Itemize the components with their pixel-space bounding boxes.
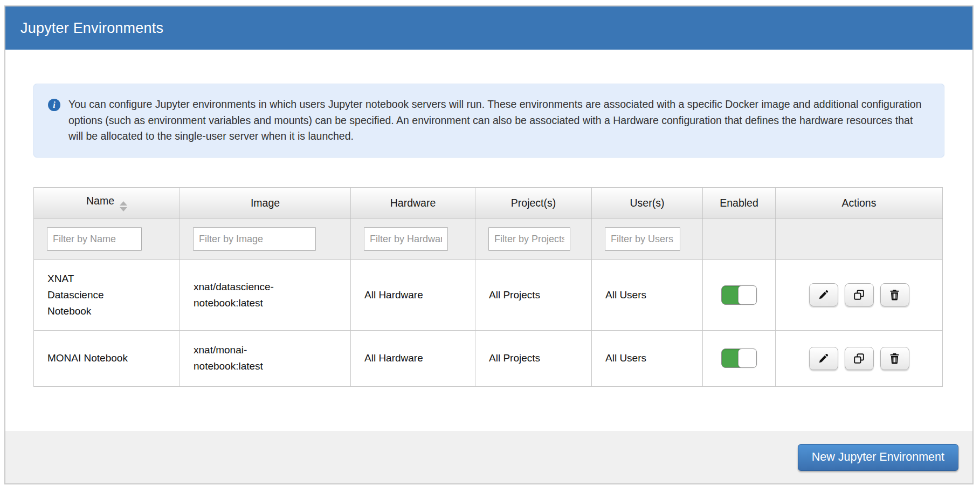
env-image: xnat/monai-notebook:latest — [194, 342, 304, 374]
panel-title: Jupyter Environments — [5, 6, 972, 50]
pencil-icon — [818, 289, 829, 300]
delete-button[interactable] — [880, 283, 909, 306]
env-name: MONAI Notebook — [47, 350, 128, 366]
environments-table: Name Image Hardware Project(s) User(s) E… — [33, 187, 943, 387]
toggle-knob — [738, 348, 757, 368]
table-row: MONAI Notebook xnat/monai-notebook:lates… — [34, 330, 943, 386]
column-header-hardware: Hardware — [351, 187, 475, 218]
env-image: xnat/datascience-notebook:latest — [194, 279, 304, 311]
filter-row — [34, 218, 943, 259]
sort-icon[interactable] — [120, 201, 127, 211]
column-header-name[interactable]: Name — [34, 187, 180, 218]
trash-icon — [889, 353, 900, 364]
filter-users-input[interactable] — [605, 227, 680, 251]
jupyter-environments-panel: Jupyter Environments i You can configure… — [4, 5, 974, 484]
delete-button[interactable] — [880, 347, 909, 370]
table-header-row: Name Image Hardware Project(s) User(s) E… — [34, 187, 943, 218]
filter-name-input[interactable] — [47, 227, 142, 251]
copy-button[interactable] — [845, 347, 874, 370]
filter-projects-input[interactable] — [488, 227, 570, 251]
env-name: XNAT Datascience Notebook — [47, 271, 128, 319]
panel-footer: New Jupyter Environment — [5, 431, 972, 483]
filter-enabled-empty-cell — [703, 218, 776, 259]
enabled-toggle[interactable] — [721, 285, 757, 305]
panel-body: i You can configure Jupyter environments… — [5, 50, 972, 387]
filter-image-input[interactable] — [193, 227, 316, 251]
info-alert-text: You can configure Jupyter environments i… — [68, 97, 930, 145]
copy-icon — [853, 353, 865, 364]
filter-actions-empty-cell — [776, 218, 943, 259]
edit-button[interactable] — [809, 347, 838, 370]
new-jupyter-environment-button[interactable]: New Jupyter Environment — [798, 444, 958, 471]
env-projects: All Projects — [475, 259, 592, 330]
column-header-enabled: Enabled — [703, 187, 776, 218]
toggle-knob — [738, 285, 757, 305]
info-alert: i You can configure Jupyter environments… — [33, 84, 944, 158]
trash-icon — [889, 289, 900, 300]
column-header-users: User(s) — [592, 187, 703, 218]
env-projects: All Projects — [475, 330, 592, 386]
env-hardware: All Hardware — [351, 259, 475, 330]
edit-button[interactable] — [809, 283, 838, 306]
info-icon: i — [48, 99, 60, 111]
env-users: All Users — [592, 259, 703, 330]
column-header-actions: Actions — [776, 187, 943, 218]
table-row: XNAT Datascience Notebook xnat/datascien… — [34, 259, 943, 330]
env-hardware: All Hardware — [351, 330, 475, 386]
copy-icon — [853, 289, 865, 300]
column-header-image: Image — [180, 187, 351, 218]
copy-button[interactable] — [845, 283, 874, 306]
pencil-icon — [818, 353, 829, 364]
enabled-toggle[interactable] — [721, 348, 757, 368]
filter-hardware-input[interactable] — [364, 227, 448, 251]
env-users: All Users — [592, 330, 703, 386]
column-header-projects: Project(s) — [475, 187, 592, 218]
